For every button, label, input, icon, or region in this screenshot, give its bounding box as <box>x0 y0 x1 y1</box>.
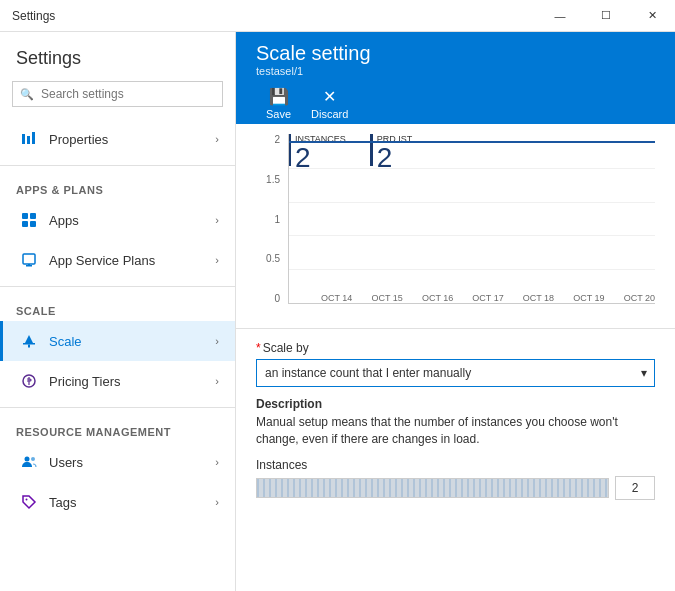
properties-icon <box>19 129 39 149</box>
sidebar-item-properties[interactable]: Properties › <box>0 119 235 159</box>
sidebar-item-appservice[interactable]: App Service Plans › <box>0 240 235 280</box>
svg-rect-12 <box>28 345 30 348</box>
scale-icon <box>19 331 39 351</box>
instances-value: 2 <box>615 476 655 500</box>
scale-by-field-label: * Scale by <box>256 341 655 355</box>
sidebar-item-pricing[interactable]: Pricing Tiers › <box>0 361 235 401</box>
svg-point-15 <box>31 457 35 461</box>
grid-line-1 <box>289 168 655 169</box>
apps-label: Apps <box>49 213 215 228</box>
discard-button[interactable]: ✕ Discard <box>301 83 358 124</box>
minimize-button[interactable]: — <box>537 0 583 32</box>
instances-label: Instances <box>256 458 655 472</box>
close-button[interactable]: ✕ <box>629 0 675 32</box>
divider-1 <box>0 165 235 166</box>
users-chevron: › <box>215 456 219 468</box>
apps-icon <box>19 210 39 230</box>
svg-rect-3 <box>22 213 28 219</box>
discard-label: Discard <box>311 108 348 120</box>
svg-point-14 <box>25 457 30 462</box>
svg-rect-6 <box>30 221 36 227</box>
tags-icon <box>19 492 39 512</box>
description-title: Description <box>256 397 655 411</box>
scale-by-label: Scale by <box>263 341 309 355</box>
divider-2 <box>0 286 235 287</box>
sidebar-item-tags[interactable]: Tags › <box>0 482 235 522</box>
svg-rect-5 <box>22 221 28 227</box>
right-panel: Scale setting testasel/1 💾 Save ✕ Discar… <box>236 32 675 591</box>
divider-3 <box>0 407 235 408</box>
x-label-oct19: OCT 19 <box>573 293 604 303</box>
sidebar-item-scale[interactable]: Scale › <box>0 321 235 361</box>
maximize-button[interactable]: ☐ <box>583 0 629 32</box>
chart-data-line <box>289 141 655 143</box>
right-header: Scale setting testasel/1 💾 Save ✕ Discar… <box>236 32 675 124</box>
x-label-oct16: OCT 16 <box>422 293 453 303</box>
sidebar-item-users[interactable]: Users › <box>0 442 235 482</box>
panel-title: Settings <box>0 32 235 81</box>
scale-by-select[interactable]: an instance count that I enter manually … <box>256 359 655 387</box>
grid-line-2 <box>289 202 655 203</box>
search-box: 🔍 <box>12 81 223 107</box>
scale-by-select-wrapper: an instance count that I enter manually … <box>256 359 655 387</box>
properties-chevron: › <box>215 133 219 145</box>
svg-marker-11 <box>25 335 33 343</box>
window-title-left: Settings <box>0 9 55 23</box>
scale-label: Scale <box>49 334 215 349</box>
tags-label: Tags <box>49 495 215 510</box>
appservice-chevron: › <box>215 254 219 266</box>
chart-plot: OCT 14 OCT 15 OCT 16 OCT 17 OCT 18 OCT 1… <box>288 134 655 304</box>
save-icon: 💾 <box>269 87 289 106</box>
scale-settings: * Scale by an instance count that I ente… <box>236 329 675 591</box>
users-icon <box>19 452 39 472</box>
search-icon: 🔍 <box>20 88 34 101</box>
appservice-icon <box>19 250 39 270</box>
instances-slider[interactable] <box>256 478 609 498</box>
pricing-label: Pricing Tiers <box>49 374 215 389</box>
grid-line-4 <box>289 269 655 270</box>
description-text: Manual setup means that the number of in… <box>256 414 655 448</box>
tags-chevron: › <box>215 496 219 508</box>
pricing-icon <box>19 371 39 391</box>
left-panel: Settings 🔍 Properties › APPS & PLANS <box>0 32 236 591</box>
scale-setting-title: Scale setting <box>256 42 655 65</box>
x-label-oct15: OCT 15 <box>371 293 402 303</box>
section-resource: RESOURCE MANAGEMENT <box>0 414 235 442</box>
chart-container: 2 1.5 1 0.5 0 OCT 14 <box>256 134 655 324</box>
svg-point-16 <box>26 499 28 501</box>
window-controls: — ☐ ✕ <box>537 0 675 32</box>
svg-rect-2 <box>32 132 35 144</box>
x-label-oct20: OCT 20 <box>624 293 655 303</box>
save-label: Save <box>266 108 291 120</box>
svg-rect-0 <box>22 134 25 144</box>
svg-rect-4 <box>30 213 36 219</box>
required-star: * <box>256 341 261 355</box>
scale-setting-subtitle: testasel/1 <box>256 65 655 77</box>
title-bar: Settings — ☐ ✕ <box>0 0 675 32</box>
search-input[interactable] <box>12 81 223 107</box>
y-label-1: 1 <box>274 214 280 225</box>
section-apps-plans: APPS & PLANS <box>0 172 235 200</box>
chart-y-labels: 2 1.5 1 0.5 0 <box>256 134 284 304</box>
pricing-chevron: › <box>215 375 219 387</box>
y-label-2: 2 <box>274 134 280 145</box>
x-label-oct17: OCT 17 <box>472 293 503 303</box>
y-label-05: 0.5 <box>266 253 280 264</box>
instances-row: 2 <box>256 476 655 500</box>
appservice-label: App Service Plans <box>49 253 215 268</box>
section-scale: SCALE <box>0 293 235 321</box>
apps-chevron: › <box>215 214 219 226</box>
grid-line-3 <box>289 235 655 236</box>
svg-rect-7 <box>23 254 35 264</box>
y-label-0: 0 <box>274 293 280 304</box>
x-label-oct18: OCT 18 <box>523 293 554 303</box>
right-toolbar: 💾 Save ✕ Discard <box>256 83 655 124</box>
discard-icon: ✕ <box>323 87 336 106</box>
sidebar-item-apps[interactable]: Apps › <box>0 200 235 240</box>
save-button[interactable]: 💾 Save <box>256 83 301 124</box>
main-container: Settings 🔍 Properties › APPS & PLANS <box>0 32 675 591</box>
chart-area: 2 1.5 1 0.5 0 OCT 14 <box>236 124 675 329</box>
scale-chevron: › <box>215 335 219 347</box>
chart-x-labels: OCT 14 OCT 15 OCT 16 OCT 17 OCT 18 OCT 1… <box>321 293 655 303</box>
x-label-oct14: OCT 14 <box>321 293 352 303</box>
